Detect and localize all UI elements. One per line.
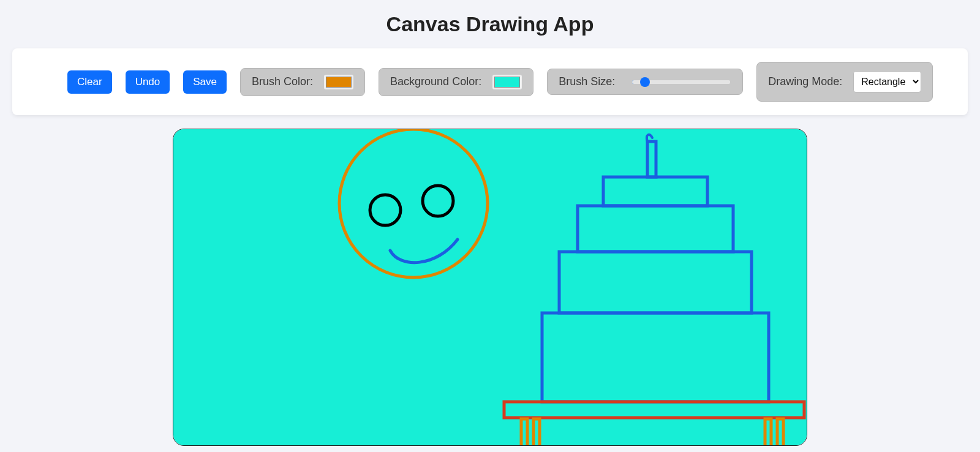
toolbar: Clear Undo Save Brush Color: Background … [12,48,968,115]
undo-button[interactable]: Undo [126,70,170,94]
svg-rect-0 [173,129,807,445]
drawing-mode-group: Drawing Mode: Rectangle [756,62,933,102]
brush-color-label: Brush Color: [252,75,313,88]
brush-color-group: Brush Color: [240,68,365,96]
page-title: Canvas Drawing App [0,12,980,36]
drawing-mode-select[interactable]: Rectangle [853,71,921,92]
background-color-group: Background Color: [379,68,533,96]
brush-color-picker[interactable] [324,75,353,89]
canvas-container [0,129,980,446]
brush-size-slider[interactable] [632,80,730,84]
save-button[interactable]: Save [183,70,227,94]
background-color-label: Background Color: [390,75,481,88]
brush-size-group: Brush Size: [547,69,743,95]
drawing-mode-label: Drawing Mode: [768,75,842,88]
drawing-canvas[interactable] [173,129,807,446]
brush-size-label: Brush Size: [559,75,615,88]
background-color-picker[interactable] [492,75,522,89]
clear-button[interactable]: Clear [67,70,112,94]
